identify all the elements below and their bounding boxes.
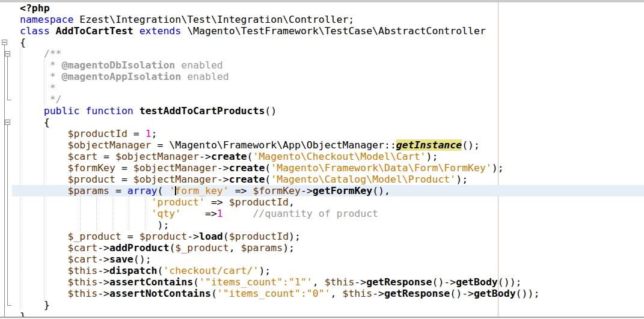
code-token: $params: [67, 185, 109, 196]
code-token: =>: [205, 196, 229, 208]
code-line[interactable]: * @magentoAppIsolation enabled: [12, 71, 644, 82]
code-folding-gutter[interactable]: [0, 2, 12, 319]
code-token: =: [109, 185, 127, 196]
code-token: {: [20, 37, 26, 48]
code-token: enabled: [181, 71, 228, 82]
code-token: \Magento\TestFramework\TestCase\Abstract…: [181, 25, 486, 37]
code-token: ()->: [450, 288, 474, 299]
code-line[interactable]: 'qty' =>1 //quantity of product: [12, 208, 644, 219]
code-line[interactable]: $cart->save();: [12, 254, 644, 265]
code-line[interactable]: $product = $objectManager->create('Magen…: [12, 174, 644, 185]
code-token: form_key': [175, 185, 228, 196]
code-token: [133, 105, 140, 117]
code-token: (: [158, 185, 170, 196]
code-token: 'qty': [152, 208, 182, 219]
code-line[interactable]: class AddToCartTest extends \Magento\Tes…: [12, 25, 644, 37]
code-token: (: [211, 288, 217, 299]
code-token: *: [20, 71, 62, 82]
code-line[interactable]: $objectManager = \Magento\Framework\App\…: [12, 139, 644, 151]
code-line[interactable]: $params = array( 'form_key' => $formKey-…: [12, 185, 644, 196]
code-token: assertNotContains: [109, 288, 211, 299]
code-token: getBody: [474, 288, 516, 299]
code-line[interactable]: {: [12, 37, 644, 48]
code-token: [20, 128, 67, 139]
code-token: /**: [20, 48, 62, 59]
code-line[interactable]: $productId = 1;: [12, 128, 644, 139]
code-token: (): [265, 105, 277, 117]
code-token: dispatch: [109, 265, 157, 276]
code-line[interactable]: $_product = $product->load($productId);: [12, 231, 644, 242]
code-token: $_product: [67, 231, 121, 242]
code-token: save: [109, 254, 133, 265]
code-token: ,: [331, 288, 343, 299]
code-token: ->: [199, 151, 211, 162]
code-token: getInstance: [396, 139, 462, 151]
code-token: (: [265, 174, 271, 185]
code-line[interactable]: }: [12, 299, 644, 311]
code-line[interactable]: <?php: [12, 2, 644, 14]
code-token: (: [265, 162, 271, 174]
fold-marker-icon[interactable]: [5, 51, 10, 56]
code-token: ->: [217, 162, 229, 174]
code-token: getFormKey: [313, 185, 372, 196]
code-line[interactable]: */: [12, 94, 644, 105]
code-token: getBody: [456, 276, 498, 288]
code-line[interactable]: $this->assertNotContains('"items_count":…: [12, 288, 644, 299]
code-token: function: [85, 105, 133, 117]
code-token: $product: [67, 174, 115, 185]
code-token: [20, 288, 67, 299]
code-token: ->: [97, 254, 109, 265]
code-token: );: [20, 219, 169, 231]
code-token: getResponse: [384, 288, 450, 299]
code-token: extends: [140, 25, 182, 37]
code-token: 'Magento\Checkout\Model\Cart': [253, 151, 426, 162]
code-token: =: [115, 162, 133, 174]
code-lines[interactable]: <?phpnamespace Ezest\Integration\Test\In…: [12, 2, 644, 319]
code-token: $cart: [67, 151, 97, 162]
code-line[interactable]: /**: [12, 48, 644, 59]
code-token: *: [20, 59, 62, 71]
code-token: ->: [301, 185, 313, 196]
code-token: $_product: [175, 242, 228, 254]
code-token: $objectManager: [133, 162, 217, 174]
code-token: ->: [97, 242, 109, 254]
fold-collapse-minus: [6, 122, 9, 123]
code-token: =: [121, 231, 140, 242]
code-line[interactable]: $formKey = $objectManager->create('Magen…: [12, 162, 644, 174]
code-token: @magentoDbIsolation: [62, 59, 176, 71]
code-token: ->: [97, 265, 109, 276]
fold-marker-icon[interactable]: [5, 120, 10, 125]
code-token: $cart: [67, 254, 97, 265]
php-code-editor: <?phpnamespace Ezest\Integration\Test\In…: [0, 0, 644, 319]
code-token: [20, 196, 152, 208]
code-token: $formKey: [67, 162, 115, 174]
code-token: [50, 25, 56, 37]
code-line[interactable]: public function testAddToCartProducts(): [12, 105, 644, 117]
code-token: );: [426, 151, 438, 162]
code-line[interactable]: $this->dispatch('checkout/cart/');: [12, 265, 644, 276]
code-line[interactable]: );: [12, 219, 644, 231]
code-token: {: [20, 117, 50, 128]
code-line[interactable]: {: [12, 117, 644, 128]
code-token: assertContains: [109, 276, 193, 288]
code-token: 1: [217, 208, 223, 219]
code-token: );: [283, 242, 295, 254]
code-token: ;: [152, 128, 158, 139]
code-line[interactable]: * @magentoDbIsolation enabled: [12, 59, 644, 71]
code-token: 1: [146, 128, 152, 139]
code-line[interactable]: $cart->addProduct($_product, $params);: [12, 242, 644, 254]
code-token: [133, 25, 140, 37]
code-token: enabled: [175, 59, 222, 71]
code-line[interactable]: $cart = $objectManager->create('Magento\…: [12, 151, 644, 162]
code-line[interactable]: $this->assertContains('"items_count":"1"…: [12, 276, 644, 288]
code-line[interactable]: *: [12, 82, 644, 94]
fold-marker-icon[interactable]: [2, 40, 7, 45]
code-line[interactable]: namespace Ezest\Integration\Test\Integra…: [12, 14, 644, 25]
code-token: Ezest\Integration\Test\Integration\Contr…: [73, 14, 354, 25]
code-token: 'product': [152, 196, 205, 208]
code-token: //quantity of product: [253, 208, 378, 219]
code-token: (: [247, 151, 253, 162]
code-token: [20, 265, 67, 276]
code-line[interactable]: 'product' => $productId,: [12, 196, 644, 208]
code-token: }: [20, 299, 50, 311]
